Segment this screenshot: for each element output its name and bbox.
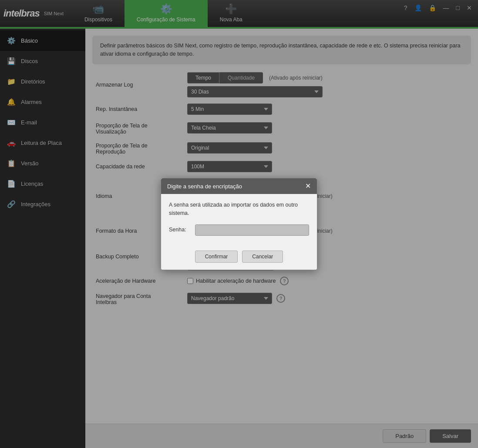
- modal-title: Digite a senha de encriptação: [167, 183, 242, 190]
- modal-senha-input[interactable]: [195, 224, 309, 236]
- modal-senha-label: Senha:: [169, 226, 191, 234]
- modal-header: Digite a senha de encriptação ✕: [161, 178, 317, 194]
- modal-dialog: Digite a senha de encriptação ✕ A senha …: [161, 178, 317, 270]
- modal-body: A senha será utilizada ao importar os da…: [161, 194, 317, 246]
- modal-senha-row: Senha:: [169, 224, 309, 236]
- modal-overlay[interactable]: Digite a senha de encriptação ✕ A senha …: [0, 0, 478, 448]
- modal-close-button[interactable]: ✕: [305, 183, 311, 190]
- modal-cancelar-button[interactable]: Cancelar: [242, 251, 283, 263]
- modal-footer: Confirmar Cancelar: [161, 246, 317, 270]
- modal-description: A senha será utilizada ao importar os da…: [169, 201, 309, 217]
- modal-confirmar-button[interactable]: Confirmar: [195, 251, 238, 263]
